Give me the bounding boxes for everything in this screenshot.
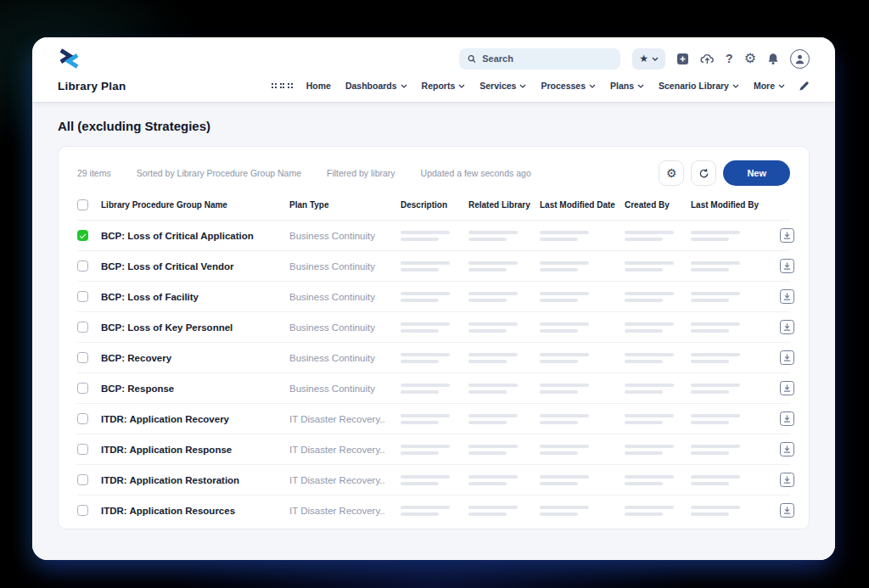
chevron-down-icon	[458, 84, 465, 88]
row-name[interactable]: BCP: Response	[101, 384, 289, 394]
table-row[interactable]: BCP: Response Business Continuity	[77, 372, 790, 403]
col-header-related-library[interactable]: Related Library	[468, 200, 540, 210]
favorites-star-icon: ★	[639, 53, 648, 64]
nav-label: Reports	[422, 81, 456, 91]
related-library-loading-placeholder	[468, 384, 540, 394]
select-all-checkbox[interactable]	[77, 199, 88, 210]
last-modified-by-loading-placeholder	[691, 506, 780, 516]
download-icon	[783, 415, 791, 423]
add-square-icon[interactable]	[676, 53, 689, 65]
global-search[interactable]	[459, 48, 620, 70]
download-button[interactable]	[780, 442, 794, 456]
related-library-loading-placeholder	[468, 506, 540, 516]
last-modified-by-loading-placeholder	[691, 445, 780, 455]
download-button[interactable]	[780, 350, 794, 365]
new-button[interactable]: New	[723, 160, 790, 186]
download-button[interactable]	[780, 412, 794, 426]
col-header-description[interactable]: Description	[401, 200, 468, 210]
description-loading-placeholder	[401, 506, 468, 516]
download-icon	[783, 354, 791, 361]
description-loading-placeholder	[401, 322, 468, 333]
row-checkbox[interactable]	[77, 505, 88, 516]
favorites-button[interactable]: ★	[632, 48, 665, 70]
table-row[interactable]: ITDR: Application Restoration IT Disaste…	[77, 464, 790, 495]
edit-nav-pencil-icon[interactable]	[799, 81, 810, 92]
nav-item-dashboards[interactable]: Dashboards	[345, 81, 407, 91]
col-header-plan-type[interactable]: Plan Type	[289, 200, 401, 210]
header-top-row: ★ ? ⚙	[58, 45, 810, 72]
row-checkbox[interactable]	[77, 383, 88, 394]
item-count: 29 items	[77, 168, 111, 178]
download-icon	[783, 323, 791, 331]
notifications-bell-icon[interactable]	[767, 53, 779, 65]
nav-label: Services	[479, 81, 516, 91]
table-row[interactable]: ITDR: Application Response IT Disaster R…	[77, 434, 790, 464]
download-button[interactable]	[780, 320, 794, 334]
table-body: BCP: Loss of Critical Application Busine…	[77, 220, 790, 525]
nav-item-services[interactable]: Services	[479, 81, 526, 91]
download-button[interactable]	[780, 259, 794, 273]
cloud-upload-icon[interactable]	[700, 53, 715, 64]
table-row[interactable]: BCP: Loss of Critical Application Busine…	[77, 220, 790, 250]
table-row[interactable]: BCP: Recovery Business Continuity	[77, 342, 790, 372]
download-button[interactable]	[780, 381, 794, 395]
row-name[interactable]: ITDR: Application Restoration	[101, 475, 289, 485]
app-launcher-icon[interactable]	[272, 83, 293, 88]
refresh-button[interactable]	[691, 160, 716, 186]
help-icon[interactable]: ?	[726, 52, 733, 65]
table-header-row: Library Procedure Group Name Plan Type D…	[77, 186, 790, 220]
related-library-loading-placeholder	[468, 231, 540, 241]
list-settings-button[interactable]: ⚙	[659, 160, 684, 186]
nav-label: Plans	[610, 81, 634, 91]
download-button[interactable]	[780, 289, 794, 304]
row-name[interactable]: BCP: Loss of Critical Application	[101, 231, 289, 241]
nav-item-processes[interactable]: Processes	[541, 81, 596, 91]
nav-item-more[interactable]: More	[754, 81, 785, 91]
row-name[interactable]: BCP: Loss of Facility	[101, 292, 289, 302]
chevron-down-icon	[519, 84, 526, 88]
chevron-down-icon	[401, 84, 407, 88]
download-button[interactable]	[780, 503, 794, 518]
table-row[interactable]: BCP: Loss of Critical Vendor Business Co…	[77, 250, 790, 281]
row-checkbox[interactable]	[77, 230, 88, 241]
updated-text: Updated a few seconds ago	[421, 168, 531, 178]
table-row[interactable]: BCP: Loss of Key Personnel Business Cont…	[77, 311, 790, 342]
row-checkbox[interactable]	[77, 444, 88, 455]
row-checkbox[interactable]	[77, 260, 88, 272]
download-icon	[783, 445, 791, 453]
row-name[interactable]: ITDR: Application Resources	[101, 506, 289, 516]
col-header-created-by[interactable]: Created By	[625, 200, 691, 210]
search-input[interactable]	[482, 53, 612, 64]
nav-item-home[interactable]: Home	[306, 81, 331, 91]
nav-item-plans[interactable]: Plans	[610, 81, 644, 91]
settings-gear-icon[interactable]: ⚙	[744, 52, 756, 65]
related-library-loading-placeholder	[468, 261, 540, 272]
col-header-name[interactable]: Library Procedure Group Name	[101, 200, 289, 210]
row-checkbox[interactable]	[77, 291, 88, 302]
user-avatar-icon[interactable]	[790, 49, 810, 69]
row-name[interactable]: ITDR: Application Recovery	[101, 414, 289, 424]
row-name[interactable]: ITDR: Application Response	[101, 445, 289, 455]
table-row[interactable]: BCP: Loss of Facility Business Continuit…	[77, 281, 790, 311]
app-title: Library Plan	[58, 80, 126, 92]
nav-label: Scenario Library	[659, 81, 729, 91]
col-header-last-modified-date[interactable]: Last Modified Date	[540, 200, 625, 210]
row-checkbox[interactable]	[77, 352, 88, 363]
download-button[interactable]	[780, 228, 794, 243]
nav-item-scenario-library[interactable]: Scenario Library	[659, 81, 739, 91]
row-checkbox[interactable]	[77, 413, 88, 424]
row-name[interactable]: BCP: Loss of Critical Vendor	[101, 261, 289, 272]
row-checkbox[interactable]	[77, 474, 88, 485]
description-loading-placeholder	[401, 384, 468, 394]
row-checkbox[interactable]	[77, 322, 88, 333]
table-row[interactable]: ITDR: Application Recovery IT Disaster R…	[77, 403, 790, 434]
refresh-icon	[698, 168, 709, 179]
download-button[interactable]	[780, 473, 794, 487]
chevron-down-icon	[652, 57, 659, 61]
created-by-loading-placeholder	[625, 384, 691, 394]
nav-item-reports[interactable]: Reports	[422, 81, 466, 91]
table-row[interactable]: ITDR: Application Resources IT Disaster …	[77, 495, 790, 525]
row-name[interactable]: BCP: Recovery	[101, 353, 289, 363]
row-name[interactable]: BCP: Loss of Key Personnel	[101, 322, 289, 333]
col-header-last-modified-by[interactable]: Last Modified By	[691, 200, 780, 210]
